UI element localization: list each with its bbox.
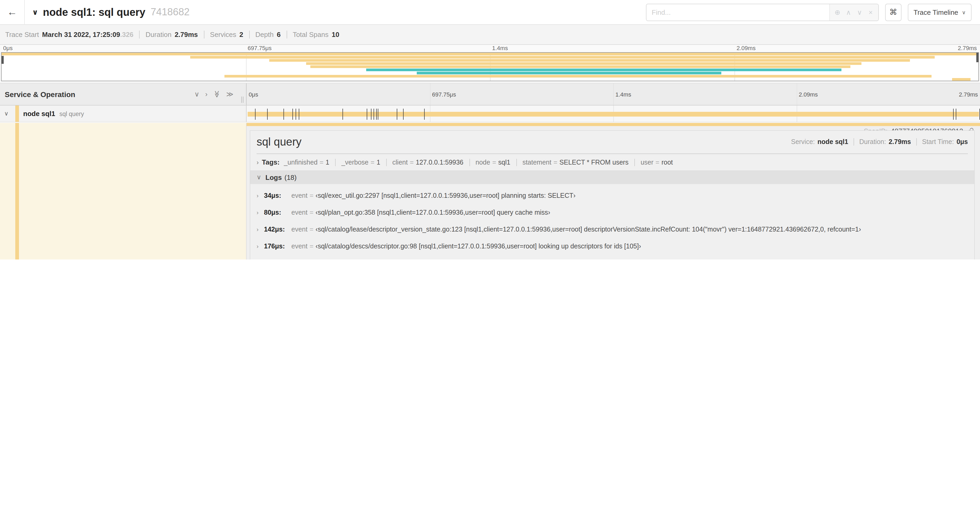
log-equals: = (310, 226, 313, 233)
log-marker-tick (267, 109, 268, 120)
collapse-one-icon[interactable]: ∨ (194, 90, 199, 98)
tag-divider (335, 158, 336, 166)
timeline-gridline (430, 83, 431, 105)
tag-key: node (476, 158, 490, 166)
find-bar: ⊕ ∧ ∨ × (646, 3, 879, 21)
tag-equals: = (410, 158, 414, 166)
time-tick-label: 2.79ms (959, 83, 978, 106)
collapse-all-icon[interactable]: ≫ (213, 91, 221, 97)
expanded-span-bar (247, 123, 980, 126)
log-marker-tick (956, 109, 956, 120)
expand-all-icon[interactable]: ≫ (226, 90, 234, 98)
prev-match-icon[interactable]: ∧ (843, 8, 854, 16)
log-field-key: event (291, 209, 307, 216)
summary-divider (286, 30, 287, 38)
back-arrow-icon: ← (7, 6, 17, 18)
minimap-spans (2, 53, 978, 81)
find-buttons: ⊕ ∧ ∨ × (829, 4, 878, 20)
log-marker-tick (283, 109, 284, 120)
time-tick-label: 0μs (249, 83, 258, 106)
tag-value: 1 (326, 158, 329, 166)
tag-divider (469, 158, 470, 166)
trace-summary-bar: Trace StartMarch 31 2022, 17:25:09.326Du… (0, 25, 980, 45)
span-row-timeline-cell[interactable] (247, 105, 980, 122)
start-time-label: Start Time: (922, 138, 954, 145)
summary-value: March 31 2022, 17:25:09 (42, 30, 120, 38)
tag-divider (516, 158, 517, 166)
tag-key: client (392, 158, 407, 166)
view-selector-button[interactable]: Trace Timeline ∨ (908, 3, 972, 21)
span-duration-bar[interactable] (248, 112, 979, 117)
log-timestamp: 142μs: (264, 226, 291, 233)
log-marker-tick (371, 109, 372, 120)
log-row[interactable]: ›189μs:event=‹sql/catalog/lease/descript… (256, 255, 968, 260)
span-detail-header: sql query Service: node sql1 Duration: 2… (256, 131, 968, 154)
tags-row[interactable]: › Tags: _unfinished=1_verbose=1client=12… (256, 154, 968, 170)
log-row[interactable]: ›142μs:event=‹sql/catalog/lease/descript… (256, 221, 968, 238)
minimap-tick-labels: 0μs697.75μs1.4ms2.09ms2.79ms (1, 45, 979, 52)
span-collapse-chevron-icon[interactable]: ∨ (4, 110, 8, 117)
minimap-canvas[interactable] (1, 52, 979, 81)
clear-find-icon[interactable]: × (865, 8, 876, 16)
minimap-left-drag-handle[interactable] (2, 56, 4, 64)
tag-value: 127.0.0.1:59936 (416, 158, 463, 166)
start-time-value: 0μs (956, 138, 968, 145)
summary-divider (204, 30, 204, 38)
tag-key: statement (522, 158, 551, 166)
chevron-down-icon: ∨ (962, 9, 966, 15)
log-row[interactable]: ›80μs:event=‹sql/plan_opt.go:358 [nsql1,… (256, 204, 968, 221)
next-match-icon[interactable]: ∨ (854, 8, 865, 16)
summary-value-suffix: .326 (120, 30, 134, 38)
view-selector-label: Trace Timeline (913, 8, 958, 16)
span-row-name-cell[interactable]: ∨ node sql1 sql query (0, 105, 247, 122)
column-resizer-handle[interactable] (241, 96, 243, 103)
time-tick-label: 697.75μs (432, 83, 456, 106)
log-marker-tick (376, 109, 377, 120)
log-marker-tick (293, 109, 293, 120)
back-button[interactable]: ← (0, 0, 25, 24)
page-header: ← ∨ node sql1: sql query 7418682 ⊕ ∧ ∨ ×… (0, 0, 980, 25)
duration-value: 2.79ms (889, 138, 911, 145)
locate-icon[interactable]: ⊕ (832, 8, 843, 16)
span-operation-name: sql query (59, 110, 84, 117)
timeline-gridline (613, 83, 614, 105)
tag-item: statement=SELECT * FROM users (522, 158, 628, 166)
service-label: Service: (791, 138, 815, 145)
tag-key: _unfinished (284, 158, 317, 166)
find-input[interactable] (646, 4, 829, 20)
minimap-span (417, 72, 722, 74)
log-marker-tick (296, 109, 296, 120)
log-row[interactable]: ›176μs:event=‹sql/catalog/descs/descript… (256, 238, 968, 255)
log-field-key: event (291, 243, 307, 250)
time-tick-label: 2.09ms (737, 45, 756, 51)
log-marker-tick (342, 109, 343, 120)
trace-collapse-chevron-icon[interactable]: ∨ (32, 8, 38, 16)
page-title: node sql1: sql query (43, 6, 145, 18)
time-tick-label: 1.4ms (492, 45, 508, 51)
log-row[interactable]: ›34μs:event=‹sql/exec_util.go:2297 [nsql… (256, 187, 968, 204)
span-detail-left-gutter (0, 123, 247, 260)
log-equals: = (310, 243, 313, 250)
minimap-span (269, 59, 910, 62)
tag-equals: = (371, 158, 375, 166)
logs-section-header[interactable]: ∨ Logs (18) (250, 170, 974, 184)
log-timestamp: 80μs: (264, 209, 291, 216)
tag-divider (386, 158, 387, 166)
time-tick-label: 697.75μs (248, 45, 272, 51)
tag-item: _verbose=1 (341, 158, 380, 166)
log-field-value: ‹sql/catalog/descs/descriptor.go:98 [nsq… (316, 243, 641, 250)
tag-equals: = (554, 158, 557, 166)
tag-item: node=sql1 (476, 158, 510, 166)
keyboard-shortcuts-button[interactable]: ⌘ (885, 3, 902, 21)
summary-item: Depth6 (255, 30, 280, 38)
service-value: node sql1 (818, 138, 848, 145)
minimap-right-drag-handle[interactable] (976, 53, 978, 62)
minimap-span (190, 56, 934, 59)
summary-value: 2.79ms (175, 30, 198, 38)
log-marker-tick (255, 109, 256, 120)
expand-one-icon[interactable]: › (205, 90, 208, 98)
summary-item: Total Spans10 (293, 30, 339, 38)
minimap-span (952, 78, 970, 81)
log-equals: = (310, 192, 313, 200)
span-row[interactable]: ∨ node sql1 sql query (0, 105, 980, 122)
